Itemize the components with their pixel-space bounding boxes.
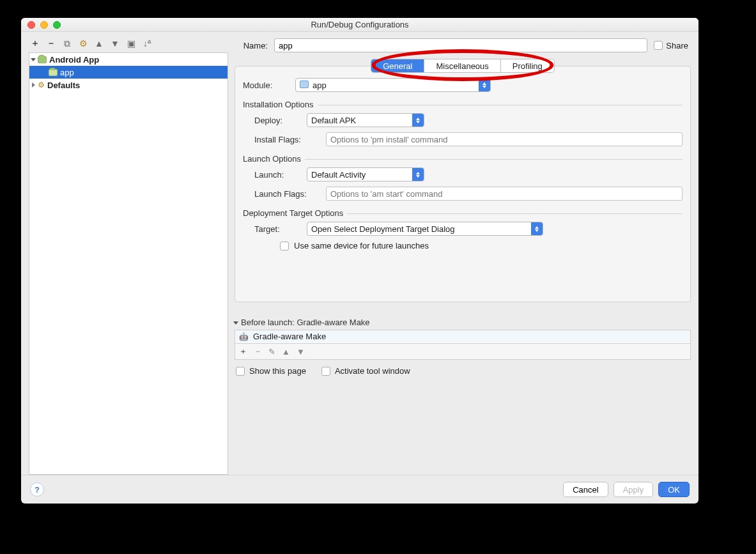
move-down-button[interactable]: ▼: [110, 38, 120, 49]
bl-edit-button[interactable]: ✎: [268, 347, 275, 357]
install-flags-label: Install Flags:: [254, 135, 320, 144]
module-label: Module:: [243, 81, 289, 90]
before-launch-label: Before launch: Gradle-aware Make: [241, 318, 370, 327]
launch-flags-input[interactable]: [326, 187, 683, 201]
run-debug-config-window: Run/Debug Configurations ＋ － ⧉ ⚙ ▲ ▼ ▣ ↓…: [21, 18, 698, 504]
tree-node-label: Android App: [49, 55, 99, 65]
tab-profiling[interactable]: Profiling: [501, 59, 554, 72]
dropdown-arrows-icon: [531, 222, 543, 235]
launch-select[interactable]: Default Activity: [307, 167, 424, 181]
target-select[interactable]: Open Select Deployment Target Dialog: [307, 222, 543, 236]
deploy-label: Deploy:: [254, 116, 300, 125]
ok-button[interactable]: OK: [658, 482, 690, 497]
config-tabs: General Miscellaneous Profiling: [371, 59, 555, 73]
config-tree[interactable]: Android App app ⚙ Defaults: [29, 52, 228, 475]
deployment-target-group: Deployment Target Options: [243, 208, 683, 218]
tree-node-label: app: [60, 68, 74, 77]
module-value: app: [312, 81, 327, 90]
before-launch-toolbar: ＋ － ✎ ▲ ▼: [235, 344, 691, 360]
target-label: Target:: [254, 224, 300, 234]
tab-miscellaneous[interactable]: Miscellaneous: [424, 59, 500, 72]
tree-node-android-app[interactable]: Android App: [29, 53, 228, 66]
wrench-icon: ⚙: [38, 81, 45, 89]
before-launch-item-label: Gradle-aware Make: [253, 332, 326, 341]
move-up-button[interactable]: ▲: [94, 38, 104, 49]
tree-node-app[interactable]: app: [29, 66, 228, 79]
show-this-page-checkbox[interactable]: [236, 367, 245, 376]
save-config-button[interactable]: ▣: [126, 38, 136, 49]
show-this-page-label: Show this page: [249, 366, 306, 376]
activate-tool-window-checkbox[interactable]: [321, 367, 330, 376]
target-value: Open Select Deployment Target Dialog: [311, 224, 455, 234]
add-config-button[interactable]: ＋: [30, 38, 40, 49]
dropdown-arrows-icon: [479, 79, 490, 91]
module-icon: [300, 81, 309, 88]
tab-general[interactable]: General: [371, 59, 424, 72]
dropdown-arrows-icon: [412, 168, 424, 181]
folder-icon: [38, 56, 47, 63]
share-checkbox[interactable]: [654, 41, 663, 50]
deploy-value: Default APK: [311, 116, 356, 125]
cancel-button[interactable]: Cancel: [563, 482, 608, 497]
install-options-group: Installation Options: [243, 100, 683, 109]
disclosure-icon[interactable]: [31, 58, 36, 61]
bl-up-button[interactable]: ▲: [282, 347, 290, 357]
before-launch-list[interactable]: 🤖 Gradle-aware Make: [235, 330, 691, 344]
reuse-device-checkbox[interactable]: [280, 242, 289, 250]
share-label: Share: [666, 41, 688, 50]
dropdown-arrows-icon: [412, 114, 424, 127]
reuse-device-label: Use same device for future launches: [294, 241, 429, 250]
config-name-input[interactable]: [274, 38, 647, 52]
remove-config-button[interactable]: －: [46, 38, 56, 49]
general-panel: Module: app Installation Options Deploy:…: [235, 66, 691, 302]
name-label: Name:: [235, 41, 268, 50]
folder-icon: [49, 69, 58, 76]
launch-value: Default Activity: [311, 170, 366, 180]
activate-tool-window-label: Activate tool window: [335, 366, 410, 376]
deploy-select[interactable]: Default APK: [307, 113, 424, 127]
android-icon: 🤖: [239, 332, 249, 341]
launch-options-group: Launch Options: [243, 154, 683, 164]
before-launch-header[interactable]: Before launch: Gradle-aware Make: [235, 318, 691, 327]
config-toolbar: ＋ － ⧉ ⚙ ▲ ▼ ▣ ↓ª: [29, 38, 228, 52]
disclosure-icon[interactable]: [32, 82, 35, 88]
bl-remove-button[interactable]: －: [254, 346, 262, 357]
apply-button[interactable]: Apply: [613, 482, 654, 497]
install-flags-input[interactable]: [326, 132, 683, 146]
launch-flags-label: Launch Flags:: [254, 189, 320, 199]
help-button[interactable]: ?: [30, 482, 44, 496]
disclosure-icon[interactable]: [233, 321, 238, 325]
copy-config-button[interactable]: ⧉: [62, 38, 72, 49]
tree-node-label: Defaults: [47, 81, 80, 90]
edit-defaults-button[interactable]: ⚙: [78, 38, 88, 49]
launch-label: Launch:: [254, 170, 300, 180]
titlebar: Run/Debug Configurations: [21, 18, 698, 32]
module-select[interactable]: app: [295, 78, 491, 92]
sort-alpha-button[interactable]: ↓ª: [142, 38, 152, 49]
tree-node-defaults[interactable]: ⚙ Defaults: [29, 79, 228, 91]
bl-down-button[interactable]: ▼: [297, 347, 305, 357]
window-title: Run/Debug Configurations: [21, 20, 698, 29]
bl-add-button[interactable]: ＋: [239, 346, 247, 357]
before-launch-item[interactable]: 🤖 Gradle-aware Make: [235, 330, 690, 342]
